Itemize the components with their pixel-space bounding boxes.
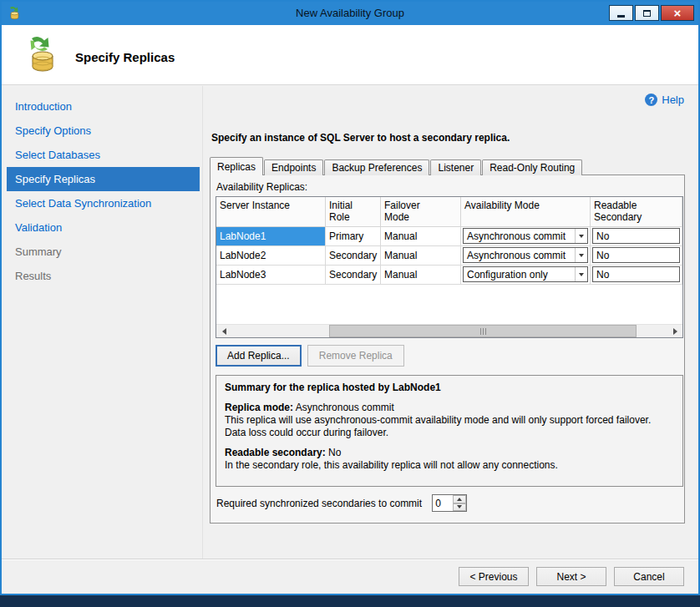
scrollbar-track[interactable] — [231, 325, 668, 337]
replica-summary-box: Summary for the replica hosted by LabNod… — [216, 375, 683, 487]
previous-button[interactable]: < Previous — [459, 567, 529, 586]
cell-initial-role[interactable]: Primary — [326, 227, 381, 245]
table-row: LabNode3 Secondary Manual Configuration … — [216, 266, 682, 285]
tab-replicas[interactable]: Replicas — [210, 157, 263, 175]
sidebar-item-introduction[interactable]: Introduction — [7, 94, 200, 119]
replica-mode-description: This replica will use asynchronous-commi… — [225, 414, 674, 439]
availability-mode-combobox[interactable]: Configuration only — [463, 266, 588, 282]
tab-read-only-routing[interactable]: Read-Only Routing — [482, 159, 582, 175]
required-secondaries-label: Required synchronized secondaries to com… — [216, 498, 422, 509]
table-row: LabNode2 Secondary Manual Asynchronous c… — [216, 246, 682, 266]
title-bar: New Availability Group × — [2, 2, 698, 25]
column-header-initial-role: Initial Role — [326, 197, 381, 226]
page-title: Specify Replicas — [75, 50, 175, 64]
close-button[interactable]: × — [661, 5, 694, 21]
maximize-button[interactable] — [635, 5, 659, 21]
new-availability-group-window: New Availability Group × Specify Replica… — [0, 0, 700, 595]
scroll-left-icon — [219, 328, 226, 335]
cancel-button[interactable]: Cancel — [614, 567, 684, 586]
cell-readable-secondary: No — [591, 227, 682, 245]
cell-server-instance[interactable]: LabNode2 — [216, 246, 326, 265]
remove-replica-button: Remove Replica — [307, 345, 404, 367]
column-header-availability-mode: Availability Mode — [461, 197, 591, 226]
scroll-right-button[interactable] — [668, 325, 682, 337]
cell-readable-secondary: No — [591, 246, 682, 265]
column-header-server-instance: Server Instance — [216, 197, 326, 226]
table-row: LabNode1 Primary Manual Asynchronous com… — [216, 227, 682, 246]
sidebar-item-specify-replicas[interactable]: Specify Replicas — [7, 167, 200, 191]
help-icon: ? — [645, 94, 657, 106]
readable-secondary-combobox[interactable]: No — [592, 228, 680, 244]
step-content: ? Help Specify an instance of SQL Server… — [203, 86, 698, 559]
grid-header-row: Server Instance Initial Role Failover Mo… — [216, 197, 682, 227]
help-link[interactable]: ? Help — [645, 94, 684, 106]
scroll-right-icon — [673, 328, 681, 335]
wizard-body: Introduction Specify Options Select Data… — [2, 86, 698, 559]
sidebar-item-validation[interactable]: Validation — [7, 215, 200, 240]
close-icon: × — [674, 7, 682, 19]
availability-replicas-label: Availability Replicas: — [216, 181, 307, 193]
horizontal-scrollbar[interactable] — [216, 324, 682, 337]
help-label: Help — [662, 94, 684, 106]
window-controls: × — [609, 5, 694, 21]
cell-server-instance[interactable]: LabNode1 — [216, 227, 326, 245]
replica-buttons: Add Replica... Remove Replica — [216, 345, 404, 367]
cell-initial-role[interactable]: Secondary — [326, 266, 381, 284]
chevron-down-icon — [575, 229, 587, 243]
chevron-up-icon — [457, 495, 462, 501]
readable-secondary-line: Readable secondary: No — [225, 447, 674, 459]
spinner-up-button[interactable] — [453, 495, 466, 503]
combobox-value: Asynchronous commit — [467, 250, 566, 261]
column-header-failover-mode: Failover Mode — [381, 197, 461, 226]
cell-failover-mode[interactable]: Manual — [381, 246, 461, 265]
next-button[interactable]: Next > — [536, 567, 606, 586]
scroll-left-button[interactable] — [216, 325, 231, 337]
readable-secondary-description: In the secondary role, this availability… — [225, 459, 674, 472]
desktop: New Availability Group × Specify Replica… — [0, 0, 700, 607]
cell-initial-role[interactable]: Secondary — [326, 246, 381, 265]
chevron-down-icon — [575, 267, 587, 281]
tab-endpoints[interactable]: Endpoints — [264, 159, 323, 175]
combobox-value: No — [596, 250, 609, 261]
cell-server-instance[interactable]: LabNode3 — [216, 266, 326, 284]
availability-replicas-grid: Server Instance Initial Role Failover Mo… — [216, 196, 683, 338]
cell-availability-mode: Asynchronous commit — [461, 227, 591, 245]
maximize-icon — [643, 10, 651, 17]
wizard-steps-sidebar: Introduction Specify Options Select Data… — [7, 94, 200, 559]
tab-listener[interactable]: Listener — [430, 159, 481, 175]
minimize-button[interactable] — [609, 5, 633, 21]
required-secondaries-input[interactable] — [433, 495, 453, 511]
spinner-buttons — [453, 495, 466, 511]
availability-mode-combobox[interactable]: Asynchronous commit — [463, 247, 588, 263]
sidebar-item-results: Results — [7, 264, 200, 288]
readable-secondary-combobox[interactable]: No — [592, 266, 680, 282]
sidebar-item-summary: Summary — [7, 240, 200, 264]
combobox-value: Asynchronous commit — [467, 230, 566, 242]
cell-failover-mode[interactable]: Manual — [381, 227, 461, 245]
summary-title: Summary for the replica hosted by LabNod… — [225, 382, 674, 394]
tab-backup-preferences[interactable]: Backup Preferences — [324, 159, 429, 175]
wizard-header: Specify Replicas — [2, 25, 698, 85]
sidebar-item-select-databases[interactable]: Select Databases — [7, 143, 200, 167]
combobox-value: No — [596, 230, 609, 242]
sidebar-item-specify-options[interactable]: Specify Options — [7, 119, 200, 143]
window-title: New Availability Group — [2, 7, 698, 19]
chevron-down-icon — [457, 505, 462, 511]
sidebar-item-select-data-synchronization[interactable]: Select Data Synchronization — [7, 191, 200, 215]
minimize-icon — [617, 15, 625, 18]
tab-strip: Replicas Endpoints Backup Preferences Li… — [210, 157, 583, 175]
cell-failover-mode[interactable]: Manual — [381, 266, 461, 284]
spinner-down-button[interactable] — [453, 503, 466, 512]
add-replica-button[interactable]: Add Replica... — [216, 345, 302, 367]
scrollbar-thumb[interactable] — [329, 325, 637, 337]
readable-secondary-combobox[interactable]: No — [592, 247, 680, 263]
cell-readable-secondary: No — [591, 266, 682, 284]
availability-group-database-icon — [22, 35, 62, 75]
cell-availability-mode: Asynchronous commit — [461, 246, 591, 265]
availability-mode-combobox[interactable]: Asynchronous commit — [463, 228, 588, 244]
replica-mode-line: Replica mode: Asynchronous commit — [225, 402, 674, 414]
combobox-value: Configuration only — [467, 269, 548, 281]
wizard-footer: < Previous Next > Cancel — [2, 559, 698, 594]
combobox-value: No — [596, 269, 609, 281]
instruction-text: Specify an instance of SQL Server to hos… — [211, 132, 510, 144]
